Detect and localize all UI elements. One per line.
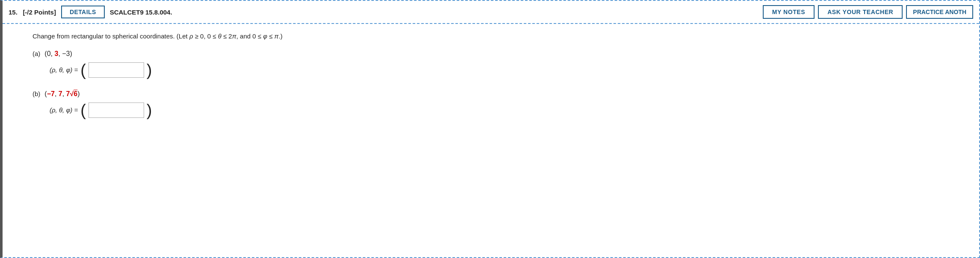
part-b-coords: (−7, 7, 7√6): [44, 90, 80, 98]
part-a-letter: (a): [32, 50, 40, 57]
content-area: Change from rectangular to spherical coo…: [3, 24, 979, 139]
details-button[interactable]: DETAILS: [61, 6, 105, 18]
part-b-letter: (b): [32, 90, 40, 97]
part-a-open-paren: (: [80, 62, 86, 78]
part-b-red-val-2: 7: [59, 90, 62, 97]
action-buttons: MY NOTES ASK YOUR TEACHER PRACTICE ANOTH: [763, 5, 973, 19]
part-a-coords: (0, 3, −3): [44, 50, 72, 58]
part-a: (a) (0, 3, −3) (ρ, θ, φ) = ( ): [32, 50, 966, 78]
part-b-sqrt: √6: [70, 90, 78, 97]
part-a-answer-row: (ρ, θ, φ) = ( ): [32, 62, 966, 78]
part-b-answer-label: (ρ, θ, φ) =: [50, 106, 78, 114]
part-b: (b) (−7, 7, 7√6) (ρ, θ, φ) = ( ): [32, 90, 966, 118]
practice-another-button[interactable]: PRACTICE ANOTH: [906, 5, 973, 19]
part-b-input[interactable]: [89, 103, 144, 118]
instruction-text: Change from rectangular to spherical coo…: [32, 32, 966, 41]
problem-num-text: 15.: [9, 9, 18, 16]
part-b-red-val-3: 7: [66, 90, 70, 97]
part-a-input[interactable]: [89, 62, 144, 78]
part-a-label: (a) (0, 3, −3): [32, 50, 966, 58]
part-b-answer-row: (ρ, θ, φ) = ( ): [32, 102, 966, 118]
problem-number: 15. [-/2 Points]: [9, 9, 56, 16]
part-a-close-paren: ): [147, 62, 152, 78]
part-a-answer-label: (ρ, θ, φ) =: [50, 66, 78, 73]
problem-container: 15. [-/2 Points] DETAILS SCALCET9 15.8.0…: [0, 0, 980, 258]
part-b-label: (b) (−7, 7, 7√6): [32, 90, 966, 98]
my-notes-button[interactable]: MY NOTES: [763, 5, 815, 19]
part-b-open-paren: (: [80, 102, 86, 118]
header-bar: 15. [-/2 Points] DETAILS SCALCET9 15.8.0…: [3, 1, 979, 24]
part-b-close-paren: ): [147, 102, 152, 118]
ask-teacher-button[interactable]: ASK YOUR TEACHER: [818, 5, 903, 19]
part-b-red-val-1: −7: [47, 90, 55, 97]
problem-code: SCALCET9 15.8.004.: [110, 9, 758, 16]
points-text: [-/2 Points]: [23, 9, 56, 16]
part-a-red-val: 3: [54, 50, 58, 57]
